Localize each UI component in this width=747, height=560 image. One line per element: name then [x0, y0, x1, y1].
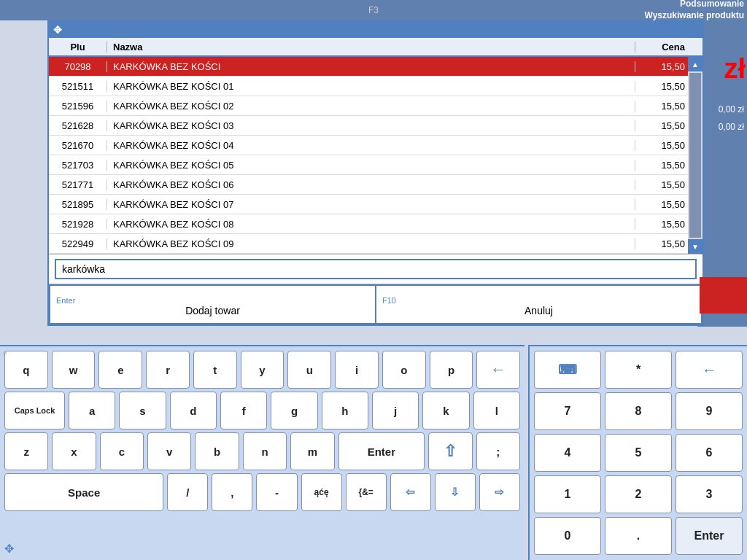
keyboard-move-icon: ✥: [4, 542, 14, 556]
title-podsumowanie: Podsumowanie: [680, 0, 744, 10]
key-a[interactable]: a: [69, 392, 115, 429]
key-v[interactable]: v: [147, 432, 191, 470]
key-j[interactable]: j: [372, 392, 419, 429]
key-5[interactable]: 5: [605, 434, 672, 472]
key-arrow-down[interactable]: ⇩: [435, 473, 476, 511]
numpad-row-top: ⌨ * ←: [534, 351, 743, 389]
key-enter[interactable]: Enter: [338, 432, 425, 470]
key-semicolon[interactable]: ;: [476, 432, 520, 470]
key-x[interactable]: x: [52, 432, 96, 470]
key-shift-up[interactable]: ⇧: [428, 432, 472, 470]
col-cena: Cena: [635, 42, 688, 52]
key-special-chars[interactable]: ąćę: [301, 473, 342, 511]
cancel-shortcut: F10: [382, 296, 396, 305]
table-row[interactable]: 521771 KARKÓWKA BEZ KOŚCI 06 15,50: [49, 175, 688, 195]
key-b[interactable]: b: [195, 432, 239, 470]
cell-nazwa: KARKÓWKA BEZ KOŚCI 06: [107, 179, 635, 190]
key-slash[interactable]: /: [167, 473, 208, 511]
key-y[interactable]: y: [241, 351, 285, 389]
key-star[interactable]: *: [605, 351, 672, 389]
key-c[interactable]: c: [100, 432, 144, 470]
key-f[interactable]: f: [220, 392, 267, 429]
key-numpad-enter[interactable]: Enter: [676, 517, 743, 555]
scrollbar[interactable]: ▲ ▼: [688, 57, 703, 254]
cell-plu: 521511: [49, 81, 107, 92]
key-q[interactable]: q: [4, 351, 48, 389]
key-u[interactable]: u: [287, 351, 331, 389]
cell-nazwa: KARKÓWKA BEZ KOŚCI: [107, 61, 635, 72]
top-bar: F3 Podsumowanie Wyszukiwanie produktu: [0, 0, 747, 20]
cancel-button[interactable]: F10 Anuluj: [376, 284, 703, 324]
table-row[interactable]: 521703 KARKÓWKA BEZ KOŚCI 05 15,50: [49, 155, 688, 175]
key-z[interactable]: z: [4, 432, 48, 470]
key-w[interactable]: w: [52, 351, 96, 389]
table-row[interactable]: 70298 KARKÓWKA BEZ KOŚCI 15,50: [49, 57, 688, 77]
keyboard-row-2: ○ Caps Lock a s d f g h j k l: [4, 392, 520, 429]
red-action-button[interactable]: [700, 277, 747, 314]
add-product-button[interactable]: Enter Dodaj towar: [49, 284, 376, 324]
key-l[interactable]: l: [473, 392, 520, 429]
numpad-row-0: 0 . Enter: [534, 517, 743, 555]
search-input[interactable]: [55, 259, 697, 279]
key-1[interactable]: 1: [534, 475, 601, 513]
cell-nazwa: KARKÓWKA BEZ KOŚCI 08: [107, 219, 635, 230]
table-row[interactable]: 521511 KARKÓWKA BEZ KOŚCI 01 15,50: [49, 77, 688, 96]
key-e[interactable]: e: [98, 351, 142, 389]
key-n[interactable]: n: [243, 432, 287, 470]
table-row[interactable]: 521895 KARKÓWKA BEZ KOŚCI 07 15,50: [49, 195, 688, 214]
cell-nazwa: KARKÓWKA BEZ KOŚCI 02: [107, 101, 635, 112]
key-i[interactable]: i: [335, 351, 379, 389]
table-row[interactable]: 521628 KARKÓWKA BEZ KOŚCI 03 15,50: [49, 116, 688, 136]
col-nazwa: Nazwa: [107, 42, 635, 52]
table-row[interactable]: 521596 KARKÓWKA BEZ KOŚCI 02 15,50: [49, 96, 688, 116]
key-8[interactable]: 8: [605, 392, 672, 430]
key-p[interactable]: p: [430, 351, 473, 389]
key-3[interactable]: 3: [676, 475, 743, 513]
cell-nazwa: KARKÓWKA BEZ KOŚCI 04: [107, 140, 635, 151]
key-symbols[interactable]: {&=: [346, 473, 387, 511]
cell-nazwa: KARKÓWKA BEZ KOŚCI 03: [107, 120, 635, 131]
key-space[interactable]: Space: [4, 473, 163, 511]
key-backspace[interactable]: ←: [676, 351, 743, 389]
table-header: Plu Nazwa Cena: [49, 38, 703, 57]
cell-cena: 15,50: [635, 81, 688, 92]
key-keyboard-icon[interactable]: ⌨: [534, 351, 601, 389]
cell-plu: 521771: [49, 179, 107, 190]
key-arrow-left[interactable]: ←: [476, 351, 520, 389]
key-k[interactable]: k: [422, 392, 469, 429]
key-t[interactable]: t: [193, 351, 237, 389]
key-minus[interactable]: -: [256, 473, 297, 511]
cell-plu: 522949: [49, 238, 107, 249]
key-9[interactable]: 9: [676, 392, 743, 430]
key-dot[interactable]: .: [605, 517, 672, 555]
caps-lock-key[interactable]: ○ Caps Lock: [4, 392, 65, 429]
key-arrow-left-nav[interactable]: ⇦: [390, 473, 431, 511]
key-o[interactable]: o: [382, 351, 426, 389]
dialog-titlebar: ✥: [49, 22, 703, 38]
key-g[interactable]: g: [271, 392, 317, 429]
table-row[interactable]: 521928 KARKÓWKA BEZ KOŚCI 08 15,50: [49, 214, 688, 234]
key-7[interactable]: 7: [534, 392, 601, 430]
move-icon: ✥: [53, 24, 62, 36]
key-r[interactable]: r: [146, 351, 190, 389]
key-0[interactable]: 0: [534, 517, 601, 555]
scroll-up-button[interactable]: ▲: [688, 57, 703, 71]
scroll-down-button[interactable]: ▼: [688, 239, 703, 254]
cell-cena: 15,50: [635, 160, 688, 171]
key-s[interactable]: s: [119, 392, 166, 429]
key-h[interactable]: h: [322, 392, 368, 429]
product-search-dialog: ✥ Plu Nazwa Cena 70298 KARKÓWKA BEZ KOŚC…: [47, 20, 704, 326]
key-m[interactable]: m: [290, 432, 334, 470]
right-panel-values: 0,00 zł 0,00 zł: [719, 101, 744, 136]
cell-cena: 15,50: [635, 61, 688, 72]
key-6[interactable]: 6: [676, 434, 743, 472]
scroll-thumb[interactable]: [689, 73, 701, 238]
key-arrow-right[interactable]: ⇨: [479, 473, 520, 511]
key-comma[interactable]: ,: [212, 473, 252, 511]
key-d[interactable]: d: [170, 392, 217, 429]
key-4[interactable]: 4: [534, 434, 601, 472]
table-row[interactable]: 522949 KARKÓWKA BEZ KOŚCI 09 15,50: [49, 234, 688, 254]
table-row[interactable]: 521670 KARKÓWKA BEZ KOŚCI 04 15,50: [49, 136, 688, 155]
key-2[interactable]: 2: [605, 475, 672, 513]
cell-cena: 15,50: [635, 179, 688, 190]
